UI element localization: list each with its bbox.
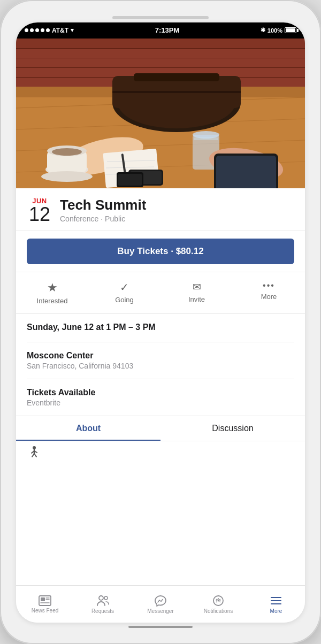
star-icon: ★ xyxy=(47,281,58,295)
content-tabs: About Discussion xyxy=(16,416,305,441)
interested-button[interactable]: ★ Interested xyxy=(16,275,88,310)
news-feed-icon xyxy=(39,595,51,606)
envelope-icon: ✉ xyxy=(193,281,201,293)
more-nav-label: More xyxy=(270,608,282,614)
walking-person-indicator xyxy=(16,441,305,462)
event-name: Tech Summit xyxy=(60,197,294,213)
tab-about-label: About xyxy=(76,424,101,433)
interested-label: Interested xyxy=(37,297,68,305)
svg-point-57 xyxy=(99,596,103,600)
nav-more[interactable]: More xyxy=(247,591,305,618)
going-button[interactable]: ✓ Going xyxy=(88,275,160,310)
messenger-icon xyxy=(154,595,167,607)
checkmark-icon: ✓ xyxy=(120,281,129,294)
action-bar: ★ Interested ✓ Going ✉ Invite ••• More xyxy=(16,272,305,314)
svg-rect-2 xyxy=(16,48,305,49)
content-area: JUN 12 Tech Summit Conference · Public B… xyxy=(16,39,305,585)
event-datetime: Sunday, June 12 at 1 PM – 3 PM xyxy=(27,323,294,332)
tickets-row: Tickets Available Eventbrite xyxy=(27,379,294,416)
tab-discussion-label: Discussion xyxy=(212,424,253,433)
notifications-icon xyxy=(212,595,225,607)
event-title-block: Tech Summit Conference · Public xyxy=(60,197,294,223)
nav-news-feed[interactable]: News Feed xyxy=(16,591,74,618)
notifications-label: Notifications xyxy=(204,608,233,614)
invite-label: Invite xyxy=(188,295,205,303)
svg-rect-45 xyxy=(118,174,142,186)
tickets-provider: Eventbrite xyxy=(27,398,294,407)
phone-home-indicator xyxy=(128,626,193,628)
battery-icon xyxy=(285,27,296,33)
status-left: AT&T ▾ xyxy=(25,27,74,34)
tab-about[interactable]: About xyxy=(16,416,160,441)
event-datetime-row: Sunday, June 12 at 1 PM – 3 PM xyxy=(27,314,294,342)
svg-rect-1 xyxy=(16,39,305,48)
date-day: 12 xyxy=(27,205,52,224)
going-label: Going xyxy=(115,296,134,304)
svg-rect-16 xyxy=(134,73,219,81)
event-venue-row: Moscone Center San Francisco, California… xyxy=(27,342,294,379)
buy-tickets-button[interactable]: Buy Tickets · $80.12 xyxy=(27,239,294,264)
venue-address: San Francisco, California 94103 xyxy=(27,362,294,370)
svg-rect-53 xyxy=(41,597,45,601)
status-bar: AT&T ▾ 7:13PM ✱ 100% xyxy=(16,22,305,39)
tickets-label: Tickets Available xyxy=(27,388,294,397)
ellipsis-icon: ••• xyxy=(263,281,275,290)
svg-rect-38 xyxy=(194,137,218,140)
buy-button-container: Buy Tickets · $80.12 xyxy=(16,231,305,272)
svg-line-64 xyxy=(220,599,221,600)
signal-dots xyxy=(25,28,50,32)
svg-point-62 xyxy=(218,598,219,599)
status-right: ✱ 100% xyxy=(261,27,296,34)
phone-top-notch xyxy=(112,16,209,19)
carrier-label: AT&T xyxy=(52,27,68,34)
bluetooth-icon: ✱ xyxy=(261,27,265,34)
svg-rect-4 xyxy=(16,67,305,68)
svg-point-33 xyxy=(41,171,93,182)
event-hero-image xyxy=(16,39,305,188)
svg-point-37 xyxy=(193,131,219,139)
svg-point-58 xyxy=(104,596,108,600)
event-meta: Conference · Public xyxy=(60,214,294,223)
date-badge: JUN 12 xyxy=(27,197,52,224)
svg-point-32 xyxy=(52,148,82,156)
requests-icon xyxy=(96,595,109,607)
invite-button[interactable]: ✉ Invite xyxy=(160,275,233,310)
more-actions-button[interactable]: ••• More xyxy=(233,275,305,310)
bottom-navigation: News Feed Requests Messenger xyxy=(16,585,305,623)
requests-label: Requests xyxy=(91,608,114,614)
status-time: 7:13PM xyxy=(155,26,180,34)
wifi-icon: ▾ xyxy=(71,27,74,34)
messenger-label: Messenger xyxy=(147,608,173,614)
nav-notifications[interactable]: Notifications xyxy=(189,591,247,618)
event-header: JUN 12 Tech Summit Conference · Public xyxy=(16,188,305,231)
more-icon xyxy=(270,595,282,607)
venue-name: Moscone Center xyxy=(27,351,294,361)
svg-line-51 xyxy=(34,454,36,457)
event-details: Sunday, June 12 at 1 PM – 3 PM Moscone C… xyxy=(16,314,305,416)
nav-messenger[interactable]: Messenger xyxy=(132,591,189,618)
svg-line-68 xyxy=(220,601,221,602)
svg-line-63 xyxy=(216,599,217,600)
nav-requests[interactable]: Requests xyxy=(74,591,132,618)
battery-label: 100% xyxy=(268,27,282,34)
news-feed-label: News Feed xyxy=(32,608,59,614)
svg-rect-42 xyxy=(216,156,276,188)
tab-discussion[interactable]: Discussion xyxy=(160,416,305,441)
svg-point-61 xyxy=(218,600,219,601)
more-label: More xyxy=(261,293,277,301)
svg-line-67 xyxy=(216,601,217,602)
svg-rect-3 xyxy=(16,58,305,58)
